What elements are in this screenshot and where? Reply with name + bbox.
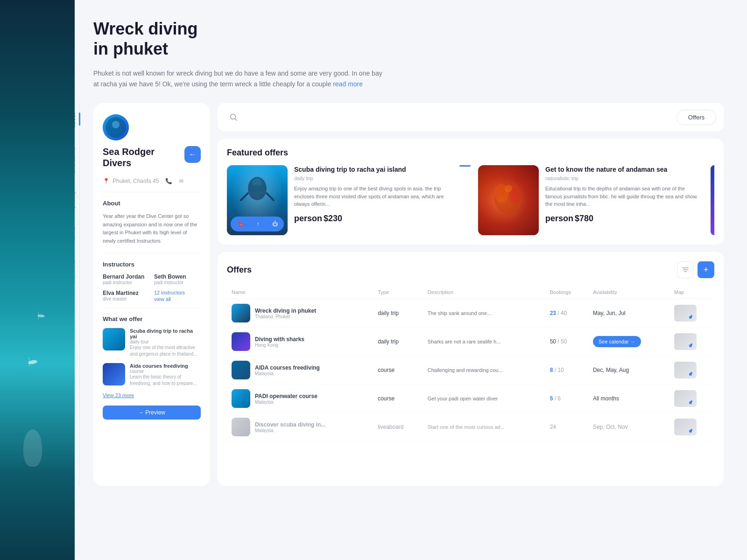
row-map-4[interactable]	[669, 413, 714, 441]
row-availability-1[interactable]: See calendar →	[588, 328, 669, 356]
phone-icon: 📞	[165, 178, 172, 184]
featured-card-1: 🔖 ↑ ⏻ Scuba diving trip to racha yai isl…	[227, 165, 452, 235]
col-name: Name	[227, 286, 373, 299]
row-map-2[interactable]	[669, 356, 714, 385]
svg-point-14	[505, 185, 512, 192]
what-we-offer-label: What we offer	[103, 315, 201, 322]
back-button[interactable]: ←	[184, 146, 201, 163]
card-content-2: Get to know the nature of andaman sea na…	[545, 165, 703, 235]
row-desc-0: The ship sank around one...	[423, 299, 545, 328]
row-thumb-0	[232, 304, 250, 322]
view-all-instructors[interactable]: view all	[154, 296, 201, 302]
row-desc-4: Start one of the most curious ad...	[423, 413, 545, 441]
row-type-4: liveaboard	[373, 413, 423, 441]
map-thumb-3[interactable]	[674, 390, 697, 407]
featured-card-2: Get to know the nature of andaman sea na…	[478, 165, 703, 235]
map-thumb-2[interactable]	[674, 362, 697, 378]
content-area: Offers Featured offers	[218, 103, 724, 486]
offers-section-title: Offers	[227, 265, 252, 275]
page-description: Phuket is not well known for wreck divin…	[93, 68, 383, 89]
card-price-1: person $230	[294, 214, 452, 224]
table-row[interactable]: AIDA courses freediving Malaysia courseC…	[227, 356, 714, 385]
row-desc-1: Sharks are not a rare sealife h...	[423, 328, 545, 356]
featured-cards: 🔖 ↑ ⏻ Scuba diving trip to racha yai isl…	[227, 165, 714, 235]
row-map-3[interactable]	[669, 385, 714, 413]
about-label: About	[103, 200, 201, 207]
card-type-2: naturalistic trip	[545, 175, 703, 181]
svg-line-5	[235, 119, 237, 121]
svg-point-8	[249, 185, 266, 192]
read-more-link[interactable]: read more	[333, 80, 363, 88]
row-location-4: Malaysia	[255, 428, 325, 433]
row-location-3: Malaysia	[255, 399, 317, 405]
offer-thumb-1	[103, 328, 125, 350]
offer-info-2: Aida courses freediving course Learn the…	[130, 363, 201, 387]
offers-table: Name Type Description Bookings Availabil…	[227, 286, 714, 441]
map-thumb-1[interactable]	[674, 333, 697, 350]
row-bookings-0: 23 / 40	[545, 299, 588, 328]
see-calendar-btn-1[interactable]: See calendar →	[593, 336, 641, 347]
table-row[interactable]: Diving with sharks Hong Kong daily tripS…	[227, 328, 714, 356]
sidebar-item-terms[interactable]: terms	[75, 217, 79, 250]
row-name-4: Discover scuba diving in...	[255, 421, 325, 428]
row-desc-3: Get your padi open water diver	[423, 385, 545, 413]
col-bookings: Bookings	[545, 286, 588, 299]
table-row[interactable]: Wreck diving in phuket Thailand, Phuket …	[227, 299, 714, 328]
row-availability-2: Dec, May, Aug	[588, 356, 669, 385]
offers-tab[interactable]: Offers	[677, 110, 716, 125]
profile-location: 📍 Phuket, Chaofa 45 📞 ✉	[103, 178, 201, 184]
map-thumb-4[interactable]	[674, 419, 697, 435]
preview-button[interactable]: → Preview	[103, 406, 201, 420]
view-more-offers[interactable]: View 23 more	[103, 392, 201, 398]
avatar	[103, 114, 129, 140]
nav-wrapper: about availability pricing terms client …	[93, 103, 210, 486]
row-map-1[interactable]	[669, 328, 714, 356]
card-title-1: Scuba diving trip to racha yai island	[294, 165, 452, 174]
instructors-count-link[interactable]: 12 instructors	[154, 290, 201, 295]
search-button[interactable]	[225, 109, 242, 126]
card-desc-1: Enjoy amazing trip to one of the best di…	[294, 185, 452, 208]
add-offer-button[interactable]: +	[698, 261, 714, 278]
share-icon[interactable]: ↑	[257, 221, 260, 227]
card-image-2	[478, 165, 539, 235]
sidebar-item-pricing[interactable]: pricing	[75, 182, 79, 217]
instructors-grid: Bernard Jordan padi instructor Seth Bowe…	[103, 273, 201, 302]
card-price-2: person $780	[545, 214, 703, 224]
map-thumb-0[interactable]	[674, 305, 697, 322]
table-row[interactable]: PADI openwater course Malaysia courseGet…	[227, 385, 714, 413]
mail-icon: ✉	[179, 178, 183, 184]
row-bookings-4: 24	[545, 413, 588, 441]
row-map-0[interactable]	[669, 299, 714, 328]
card-title-2: Get to know the nature of andaman sea	[545, 165, 703, 174]
row-type-2: course	[373, 356, 423, 385]
row-availability-3: All months	[588, 385, 669, 413]
row-bookings-1: 50 / 50	[545, 328, 588, 356]
sidebar-item-client-info[interactable]: client info	[75, 250, 79, 293]
filter-button[interactable]	[677, 261, 694, 278]
panel-container: about availability pricing terms client …	[93, 103, 724, 486]
location-icon: 📍	[103, 178, 110, 184]
bookmark-icon[interactable]: 🔖	[237, 221, 244, 227]
instructor-3: Elva Martinez dive master	[103, 290, 149, 302]
row-type-1: daily trip	[373, 328, 423, 356]
offer-info-1: Scuba diving trip to racha yai daily tou…	[130, 328, 201, 357]
offers-header: Offers +	[227, 261, 714, 278]
sidebar-item-about[interactable]: about	[75, 103, 79, 137]
power-icon[interactable]: ⏻	[272, 221, 278, 227]
row-type-0: daily trip	[373, 299, 423, 328]
col-type: Type	[373, 286, 423, 299]
top-bar: Offers	[218, 103, 724, 131]
sidebar-item-availability[interactable]: availability	[75, 137, 79, 182]
instructor-2: Seth Bowen padi instructor	[154, 273, 201, 285]
row-thumb-1	[232, 332, 250, 351]
row-name-1: Diving with sharks	[255, 336, 304, 343]
offers-actions: +	[677, 261, 714, 278]
offer-item-1: Scuba diving trip to racha yai daily tou…	[103, 328, 201, 357]
sidebar-nav: about availability pricing terms client …	[75, 103, 79, 486]
offer-item-2: Aida courses freediving course Learn the…	[103, 363, 201, 387]
page-title: Wreck diving in phuket	[93, 19, 724, 59]
row-bookings-2: 8 / 10	[545, 356, 588, 385]
table-row[interactable]: Discover scuba diving in... Malaysia liv…	[227, 413, 714, 441]
featured-section: Featured offers	[218, 139, 724, 245]
instructor-1: Bernard Jordan padi instructor	[103, 273, 149, 285]
